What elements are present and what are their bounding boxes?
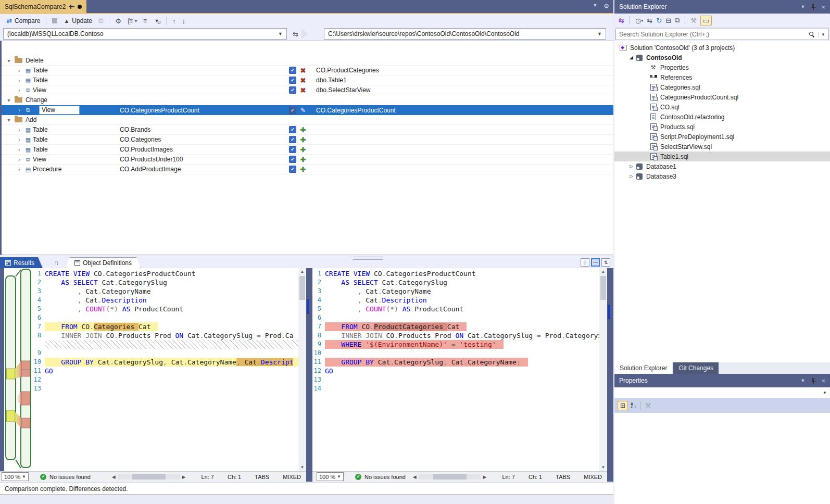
grid-object-row[interactable]: ›▦Table✔✖CO.ProductCategories: [2, 66, 613, 75]
tree-item[interactable]: ◢ContosoOld: [614, 53, 830, 62]
splitter-grip[interactable]: [353, 257, 383, 260]
options-button[interactable]: ⚙: [112, 16, 124, 26]
compare-button[interactable]: ⇄ Compare: [4, 16, 43, 26]
refresh-icon[interactable]: ↻: [656, 17, 662, 24]
properties-object-combo[interactable]: ▼: [614, 387, 830, 398]
pending-changes-filter-icon[interactable]: ◷▾: [635, 17, 643, 24]
diff-overview-margin[interactable]: [0, 268, 32, 471]
grid-group-row[interactable]: ▾Delete: [2, 56, 613, 66]
grid-object-row[interactable]: ›⧉ViewCO.CategoriesProductCount✔✎CO.Cate…: [2, 105, 613, 115]
swap-panes-button[interactable]: ⇅: [601, 258, 610, 267]
expand-chevron-icon[interactable]: ›: [15, 157, 23, 162]
combo-chevron-icon[interactable]: ▼: [823, 390, 827, 395]
preview-selected-icon[interactable]: ⧉: [675, 16, 680, 24]
grid-object-row[interactable]: ›▦TableCO.Brands✔✚: [2, 125, 613, 135]
pin-icon[interactable]: [811, 378, 815, 384]
grid-object-row[interactable]: ›⧉View✔✖dbo.SelectStarView: [2, 85, 613, 95]
tree-item[interactable]: ▷Database1: [614, 161, 830, 171]
tree-item[interactable]: Table1.sql: [614, 152, 830, 161]
zoom-level-combo[interactable]: 100 %▼: [2, 472, 29, 481]
scroll-down-icon[interactable]: ▼: [298, 464, 306, 471]
include-checkbox[interactable]: ✔: [289, 77, 296, 84]
include-checkbox[interactable]: ✔: [289, 156, 296, 163]
tab-list-chevron-icon[interactable]: ▼: [593, 3, 597, 10]
grid-object-row[interactable]: ›⧉ViewCO.ProductsUnder100✔✚: [2, 155, 613, 165]
vertical-split-button[interactable]: ❘: [581, 258, 589, 267]
horizontal-scrollbar[interactable]: ◀ ▶: [411, 474, 489, 480]
grid-object-row[interactable]: ›▦TableCO.ProductImages✔✚: [2, 145, 613, 155]
include-checkbox[interactable]: ✔: [289, 126, 296, 133]
tabbar-gear-icon[interactable]: ⚙: [603, 3, 609, 10]
expand-chevron-icon[interactable]: ›: [15, 107, 23, 113]
grid-group-row[interactable]: ▾Change: [2, 95, 613, 105]
expand-chevron-icon[interactable]: ›: [15, 147, 23, 153]
include-checkbox[interactable]: ✔: [289, 86, 296, 94]
alphabetical-sort-icon[interactable]: AZ↓: [631, 402, 636, 409]
source-database-combo[interactable]: (localdb)\MSSQLLocalDB.Contoso ▼: [3, 28, 287, 40]
search-options-chevron-icon[interactable]: ▼: [818, 32, 825, 37]
tree-item[interactable]: SelectStarView.sql: [614, 142, 830, 152]
filter-button[interactable]: ▼∅: [150, 17, 164, 24]
swap-direction-control[interactable]: ⇆: [293, 29, 308, 39]
panel-menu-chevron-icon[interactable]: ▼: [800, 378, 805, 383]
grid-object-row[interactable]: ›▦Table✔✖dbo.Table1: [2, 75, 613, 85]
expand-chevron-icon[interactable]: ›: [15, 87, 23, 93]
source-definition-editor[interactable]: 1CREATE VIEW CO.CategoriesProductCount2 …: [32, 268, 306, 471]
group-by-button[interactable]: {≡ ▾: [124, 16, 140, 26]
expand-chevron-icon[interactable]: ▾: [5, 58, 13, 64]
expand-chevron-icon[interactable]: ›: [15, 127, 23, 133]
property-pages-wrench-icon[interactable]: ⚒: [645, 402, 651, 409]
expander-collapsed-icon[interactable]: ▷: [628, 174, 635, 179]
zoom-level-combo[interactable]: 100 %▼: [317, 472, 344, 481]
horizontal-split-button[interactable]: —: [591, 258, 600, 267]
categorized-view-icon[interactable]: ⊞: [618, 401, 628, 410]
tree-item[interactable]: Categories.sql: [614, 82, 830, 92]
horizontal-scrollbar[interactable]: ◀ ▶: [110, 474, 188, 480]
include-checkbox[interactable]: ✔: [289, 107, 296, 114]
close-icon[interactable]: ×: [821, 377, 825, 385]
combo-chevron-icon[interactable]: ▼: [275, 31, 283, 36]
search-icon[interactable]: [809, 31, 815, 37]
tree-item[interactable]: CategoriesProductCount.sql: [614, 92, 830, 102]
scroll-up-icon[interactable]: ▲: [599, 268, 607, 275]
switch-views-icon[interactable]: ⇆: [647, 17, 652, 24]
scroll-up-icon[interactable]: ▲: [298, 268, 306, 275]
expand-chevron-icon[interactable]: ›: [15, 78, 23, 83]
tab-results[interactable]: Results: [0, 257, 43, 268]
target-definition-editor[interactable]: 1CREATE VIEW CO.CategoriesProductCount2 …: [312, 268, 607, 471]
next-diff-button[interactable]: ↓: [179, 16, 189, 26]
sort-order-button[interactable]: ≡: [140, 16, 150, 26]
tab-solution-explorer[interactable]: Solution Explorer: [614, 362, 672, 374]
collapse-all-icon[interactable]: ⊟: [665, 17, 671, 24]
close-icon[interactable]: ×: [821, 3, 825, 11]
include-checkbox[interactable]: ✔: [289, 146, 296, 153]
previous-diff-button[interactable]: ↑: [169, 16, 179, 26]
pin-icon[interactable]: [811, 4, 815, 10]
grid-object-row[interactable]: ›▤ProcedureCO.AddProductImage✔✚: [2, 165, 613, 174]
properties-wrench-icon[interactable]: ⚒: [690, 17, 697, 24]
expand-chevron-icon[interactable]: ›: [15, 68, 23, 73]
tab-object-definitions[interactable]: Object Definitions: [66, 257, 141, 268]
tree-item[interactable]: Solution 'ContosoOld' (3 of 3 projects): [614, 43, 830, 53]
tree-item[interactable]: Script.PreDeployment1.sql: [614, 132, 830, 142]
tree-item[interactable]: ContosoOld.refactorlog: [614, 112, 830, 122]
grid-object-row[interactable]: ›▦TableCO.Categories✔✚: [2, 135, 613, 145]
tab-sqlschemacompare2[interactable]: SqlSchemaCompare2: [0, 0, 86, 13]
left-editor-scrollbar[interactable]: ▲ ▼: [298, 268, 306, 471]
combo-chevron-icon[interactable]: ▼: [594, 31, 602, 36]
solution-explorer-search[interactable]: Search Solution Explorer (Ctrl+;) ▼: [615, 29, 829, 40]
results-sort-button[interactable]: ↑↓: [50, 257, 62, 267]
include-checkbox[interactable]: ✔: [289, 136, 296, 143]
pin-icon[interactable]: [69, 4, 74, 9]
include-checkbox[interactable]: ✔: [289, 67, 296, 74]
tree-item[interactable]: CO.sql: [614, 102, 830, 112]
right-editor-scrollbar[interactable]: ▲ ▼: [599, 268, 607, 471]
generate-script-button[interactable]: ⧉: [95, 16, 106, 26]
expander-collapsed-icon[interactable]: ▷: [628, 164, 635, 169]
expand-chevron-icon[interactable]: ▾: [5, 97, 13, 103]
stop-button[interactable]: [49, 17, 60, 24]
include-checkbox[interactable]: ✔: [289, 166, 296, 173]
target-project-combo[interactable]: C:\Users\drskwier\source\repos\ContosoOl…: [324, 28, 606, 40]
update-button[interactable]: ▲ Update: [60, 16, 95, 26]
scroll-down-icon[interactable]: ▼: [599, 464, 607, 471]
